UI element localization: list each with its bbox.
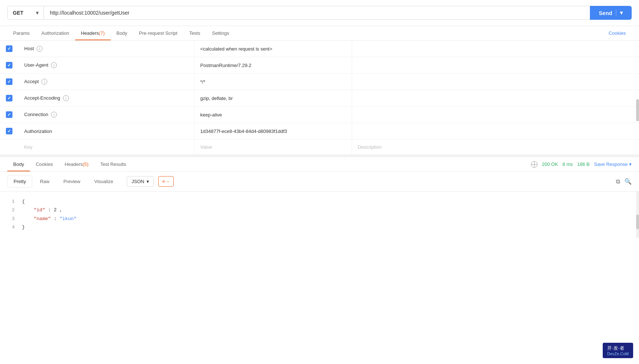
view-tab-raw[interactable]: Raw xyxy=(34,175,56,187)
useragent-desc-cell xyxy=(352,57,639,74)
line-content: "name" : "ikun" xyxy=(22,215,632,223)
connection-desc-cell xyxy=(352,107,639,123)
table-row: User-Agent i PostmanRuntime/7.29.2 xyxy=(0,57,639,74)
status-code: 200 OK xyxy=(542,161,558,167)
table-row: Accept-Encoding i gzip, deflate, br xyxy=(0,90,639,107)
code-actions: ⧉ 🔍 xyxy=(616,178,632,185)
host-checkbox[interactable] xyxy=(6,45,12,52)
response-scrollbar-thumb[interactable] xyxy=(636,215,639,229)
tab-test-results[interactable]: Test Results xyxy=(95,157,132,171)
code-line-1: 1 { xyxy=(7,197,632,206)
save-response-label: Save Response xyxy=(594,161,628,167)
code-line-4: 4 } xyxy=(7,223,632,231)
authorization-desc-cell xyxy=(352,123,639,140)
host-desc-cell xyxy=(352,41,639,57)
acceptencoding-value: gzip, deflate, br xyxy=(200,96,233,101)
checkbox-cell xyxy=(0,107,18,123)
authorization-key-cell: Authorization xyxy=(18,123,194,140)
format-label: JSON xyxy=(132,179,144,184)
table-row: Authorization 1d34877f-ece8-43b4-84d4-d8… xyxy=(0,123,639,140)
view-tab-visualize[interactable]: Visualize xyxy=(88,175,119,187)
method-chevron-icon: ▾ xyxy=(36,10,38,16)
line-number: 4 xyxy=(7,223,15,231)
tab-response-cookies[interactable]: Cookies xyxy=(30,157,59,171)
code-area: 1 { 2 "id" : 2 , 3 "name" : "ikun" 4 xyxy=(0,192,639,238)
json-key-name: "name" xyxy=(34,216,51,222)
connection-checkbox[interactable] xyxy=(6,111,12,118)
copy-icon[interactable]: ⧉ xyxy=(616,178,620,185)
key-placeholder: Key xyxy=(24,144,32,150)
json-key-id: "id" xyxy=(34,207,45,213)
authorization-value-cell: 1d34877f-ece8-43b4-84d4-d80983f1ddf3 xyxy=(194,123,352,140)
acceptencoding-key-cell: Accept-Encoding i xyxy=(18,90,194,107)
code-line-3: 3 "name" : "ikun" xyxy=(7,215,632,223)
accept-checkbox[interactable] xyxy=(6,78,12,85)
tab-prerequest[interactable]: Pre-request Script xyxy=(133,26,183,40)
checkbox-cell xyxy=(0,41,18,57)
accept-value-cell: */* xyxy=(194,74,352,90)
acceptencoding-value-cell: gzip, deflate, br xyxy=(194,90,352,107)
globe-icon xyxy=(531,161,538,168)
acceptencoding-checkbox[interactable] xyxy=(6,95,12,101)
line-number: 3 xyxy=(7,215,15,223)
tab-cookies[interactable]: Cookies xyxy=(603,26,632,40)
desc-placeholder: Description xyxy=(358,144,382,150)
line-number: 1 xyxy=(7,197,15,206)
accept-key-label: Accept xyxy=(24,79,39,84)
host-key-label: Host xyxy=(24,46,34,51)
response-status-bar: 200 OK 8 ms 186 B Save Response ▾ xyxy=(531,161,632,168)
empty-value-cell[interactable]: Value xyxy=(194,140,352,155)
wrap-button[interactable]: ≡→ xyxy=(158,176,174,187)
line-content: { xyxy=(22,197,632,206)
empty-key-cell[interactable]: Key xyxy=(18,140,194,155)
tab-authorization[interactable]: Authorization xyxy=(36,26,75,40)
empty-desc-cell[interactable]: Description xyxy=(352,140,639,155)
method-label: GET xyxy=(13,10,23,16)
code-view-toolbar: Pretty Raw Preview Visualize JSON ▾ ≡→ ⧉… xyxy=(0,172,639,192)
wrap-icon: ≡→ xyxy=(162,179,170,184)
connection-key-label: Connection xyxy=(24,112,48,117)
tab-response-headers[interactable]: Headers(5) xyxy=(59,157,95,171)
accept-info-icon: i xyxy=(41,79,47,85)
host-value-cell: <calculated when request is sent> xyxy=(194,41,352,57)
authorization-checkbox[interactable] xyxy=(6,128,12,134)
host-key-cell: Host i xyxy=(18,41,194,57)
tab-headers[interactable]: Headers(7) xyxy=(75,26,111,40)
host-value: <calculated when request is sent> xyxy=(200,46,273,52)
send-label: Send xyxy=(599,10,612,16)
tab-params[interactable]: Params xyxy=(7,26,36,40)
url-input[interactable] xyxy=(44,6,590,20)
tab-response-body[interactable]: Body xyxy=(7,157,30,171)
status-size: 186 B xyxy=(577,161,590,167)
format-selector[interactable]: JSON ▾ xyxy=(127,176,154,187)
url-bar: GET ▾ Send ▾ xyxy=(0,0,639,26)
useragent-checkbox[interactable] xyxy=(6,62,12,68)
connection-key-cell: Connection i xyxy=(18,107,194,123)
headers-scrollbar-thumb[interactable] xyxy=(636,99,639,121)
acceptencoding-info-icon: i xyxy=(63,95,69,101)
useragent-value-cell: PostmanRuntime/7.29.2 xyxy=(194,57,352,74)
send-chevron-icon: ▾ xyxy=(616,10,623,16)
json-value-name: "ikun" xyxy=(59,216,77,222)
value-placeholder: Value xyxy=(200,144,212,150)
tab-body[interactable]: Body xyxy=(111,26,133,40)
method-selector[interactable]: GET ▾ xyxy=(7,6,44,20)
view-tab-preview[interactable]: Preview xyxy=(57,175,86,187)
send-button[interactable]: Send ▾ xyxy=(590,6,632,20)
table-row: Accept i */* xyxy=(0,74,639,90)
table-row: Host i <calculated when request is sent> xyxy=(0,41,639,57)
view-tab-pretty[interactable]: Pretty xyxy=(7,175,32,187)
connection-value: keep-alive xyxy=(200,112,222,118)
code-line-2: 2 "id" : 2 , xyxy=(7,206,632,214)
headers-badge: (7) xyxy=(99,30,105,36)
table-row-empty: Key Value Description xyxy=(0,140,639,155)
useragent-value: PostmanRuntime/7.29.2 xyxy=(200,63,251,68)
save-response-button[interactable]: Save Response ▾ xyxy=(594,161,632,167)
accept-key-cell: Accept i xyxy=(18,74,194,90)
checkbox-cell xyxy=(0,123,18,140)
tab-tests[interactable]: Tests xyxy=(183,26,206,40)
empty-checkbox-cell xyxy=(0,140,18,155)
save-response-chevron-icon: ▾ xyxy=(629,161,632,167)
tab-settings[interactable]: Settings xyxy=(206,26,235,40)
search-icon[interactable]: 🔍 xyxy=(624,178,632,185)
